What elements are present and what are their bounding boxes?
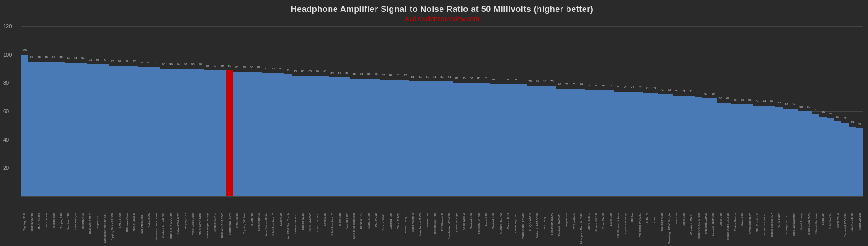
bar-value-4: 95 — [52, 56, 55, 58]
bar-group-0: 100Topping L30 II — [21, 26, 28, 196]
bar-value-17: 91 — [147, 61, 150, 64]
bar-group-59: 80Qudelix 5K High — [453, 26, 460, 196]
bar-label-72: Headroom BUDA — [550, 213, 553, 246]
bar-label-67: Chord Hugo at2 — [514, 213, 517, 246]
bar-label-48: Flux FA-12 — [375, 213, 377, 246]
bar-label-76: Monoprice Monolith THX — [580, 213, 583, 246]
bar-group-76: 76Monoprice Monolith THX — [578, 26, 585, 196]
bar-5: 95 — [58, 62, 65, 196]
grid-label-100: 100 — [3, 52, 12, 57]
bar-label-111: Schiit Vali 2 — [836, 213, 839, 246]
bar-label-30: Topping DX Pro- — [243, 213, 246, 246]
bar-63: 80 — [482, 83, 490, 196]
bar-label-89: Louie d10 — [675, 213, 678, 246]
bar-label-77: Chord Hugo 1 — [587, 213, 590, 246]
bar-42: 84 — [329, 77, 336, 196]
bar-label-66: Burson FUN — [507, 213, 509, 246]
bar-group-58: 81Sennheiser HDV-820 — [446, 26, 453, 196]
bar-106: 60 — [798, 111, 805, 196]
bar-label-11: Monoprice monolith 887 — [104, 213, 106, 246]
bar-group-18: 91Geshelli Archel2.5 Pro — [153, 26, 160, 196]
grid-label-40: 40 — [3, 137, 9, 143]
bar-label-44: Aure X15 GT — [346, 213, 348, 246]
bar-89: 71 — [673, 96, 680, 196]
bar-group-67: 79Chord Hugo at2 — [512, 26, 519, 196]
bar-value-7: 94 — [74, 57, 77, 60]
bar-label-6: Topping L130 — [67, 213, 69, 246]
bar-value-78: 75 — [595, 84, 598, 87]
bar-label-68: Matrix Audio HPA-3B — [521, 213, 524, 246]
bar-label-51: Chord DAVE — [397, 213, 399, 246]
bar-value-23: 90 — [191, 63, 195, 66]
bar-label-69: Fio Q5s AM3D — [529, 213, 532, 246]
bar-value-65: 79 — [499, 78, 503, 81]
bar-group-95: 66Loxjie D40 — [717, 26, 724, 196]
bar-label-23: Meier Corda Jazz — [191, 213, 194, 246]
bar-group-27: 89RME ADI-2 DAC V2 — [219, 26, 226, 196]
bar-label-104: Yulong DA10 SE — [785, 213, 788, 246]
bar-group-73: 76FX-Audio DAC-M1 — [556, 26, 563, 196]
bar-91: 71 — [688, 96, 695, 196]
bar-group-52: 82Gustard Hugo 2 — [402, 26, 409, 196]
bar-value-21: 90 — [177, 63, 180, 66]
bar-label-29: SMSL C200 — [236, 213, 238, 246]
bar-value-59: 80 — [455, 77, 458, 80]
bar-label-17: Sabaj A10h — [148, 213, 150, 246]
bar-6: 94 — [65, 63, 72, 196]
bar-group-104: 62Yulong DA10 SE — [783, 26, 790, 196]
bar-group-31: 88ifi Can Pro — [248, 26, 255, 196]
bar-value-102: 64 — [770, 100, 774, 103]
bar-29: 88 — [233, 72, 241, 196]
bar-104: 62 — [783, 109, 790, 196]
bar-value-34: 87 — [272, 67, 275, 70]
bar-group-77: 75Chord Hugo 1 — [585, 26, 592, 196]
bar-54: 81 — [417, 81, 424, 196]
bar-14: 92 — [123, 66, 131, 196]
bar-group-88: 72Samsung USB-C Dongle — [665, 26, 673, 196]
bar-group-3: 95SMSL H200 — [43, 26, 50, 196]
bar-value-98: 65 — [741, 98, 744, 101]
bar-group-20: 90Topping THX AAA 789 — [167, 26, 174, 196]
bar-value-15: 92 — [133, 60, 136, 63]
bar-label-19: Geshelli Archel2 SE — [162, 213, 165, 246]
bar-114: 48 — [856, 128, 863, 196]
bar-group-38: 85Topping NX1s — [299, 26, 307, 196]
bar-47: 83 — [365, 79, 372, 196]
bar-group-93: 69ENCORE mDAC — [702, 26, 710, 196]
bar-group-78: 75Singxer SDA-2 — [592, 26, 600, 196]
bar-group-79: 75xDuoo XA-10 — [600, 26, 607, 196]
bar-label-93: ENCORE mDAC — [705, 213, 707, 246]
bar-83: 74 — [629, 92, 637, 196]
bar-value-80: 75 — [609, 84, 612, 87]
bar-13: 92 — [116, 66, 123, 196]
bar-77: 75 — [585, 90, 592, 196]
bar-value-92: 70 — [697, 91, 700, 94]
bar-label-81: SPL Phonitor X New — [617, 213, 619, 246]
bar-26: 89 — [211, 70, 219, 196]
bar-59: 80 — [453, 83, 460, 196]
bar-value-52: 82 — [404, 74, 407, 77]
bar-label-101: Project Phono S2 — [763, 213, 766, 246]
bar-value-105: 62 — [792, 103, 795, 105]
bar-103: 63 — [775, 107, 783, 196]
bar-label-32: Schiit Magnius — [257, 213, 260, 246]
bar-group-10: 93Singxer SA-1 — [94, 26, 101, 196]
bar-60: 80 — [460, 83, 468, 196]
bar-label-13: SMSL H100 — [118, 213, 121, 246]
bar-57: 81 — [439, 81, 446, 196]
bar-55: 81 — [424, 81, 431, 196]
bar-24: 90 — [197, 69, 204, 197]
bar-86: 73 — [651, 93, 658, 196]
bar-17: 91 — [145, 67, 153, 196]
bar-value-16: 91 — [140, 61, 143, 64]
bar-value-72: 78 — [550, 80, 554, 83]
bar-value-36: 86 — [287, 69, 290, 71]
bar-label-26: Singxer SDA-1 — [214, 213, 216, 246]
bar-2: 95 — [35, 62, 43, 196]
bar-label-102: Burson Soloist 3XP — [770, 213, 773, 246]
bar-value-33: 87 — [265, 67, 268, 70]
bar-value-53: 81 — [411, 75, 414, 78]
bar-74: 76 — [563, 89, 570, 196]
bar-value-97: 65 — [734, 98, 737, 101]
bar-group-100: 64SPL Phonitor X — [753, 26, 761, 196]
